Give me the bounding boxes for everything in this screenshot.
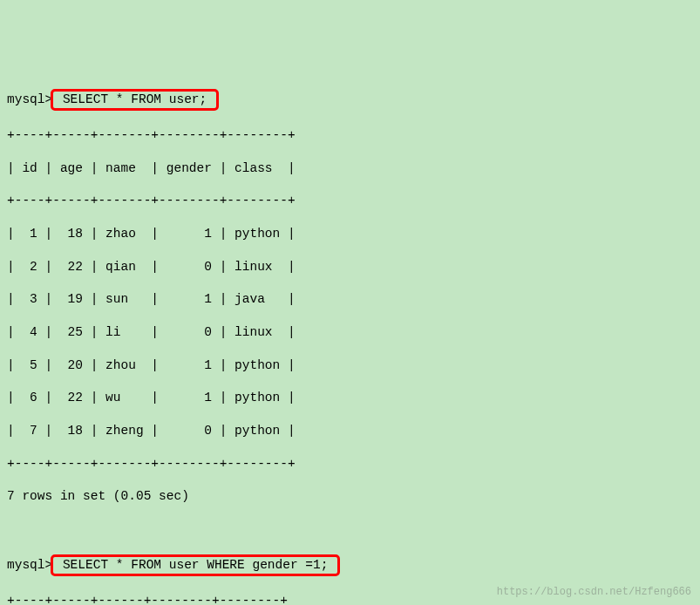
watermark: https://blog.csdn.net/Hzfeng666 (497, 586, 691, 600)
table-row: | 4 | 25 | li | 0 | linux | (7, 324, 693, 341)
table1-footer: 7 rows in set (0.05 sec) (7, 488, 693, 505)
table-row: | 2 | 22 | qian | 0 | linux | (7, 259, 693, 275)
mysql-prompt: mysql> (7, 92, 52, 106)
table-row: | 5 | 20 | zhou | 1 | python | (7, 357, 693, 374)
terminal-output: mysql> SELECT * FROM user; +----+-----+-… (7, 72, 693, 605)
mysql-prompt: mysql> (7, 558, 52, 572)
table-row: | 1 | 18 | zhao | 1 | python | (7, 226, 693, 242)
highlighted-query-2: SELECT * FROM user WHERE gender =1; (51, 554, 340, 576)
table1-border: +----+-----+-------+--------+--------+ (7, 193, 693, 209)
table1-border: +----+-----+-------+--------+--------+ (7, 456, 693, 472)
table-row: | 6 | 22 | wu | 1 | python | (7, 390, 693, 406)
table1-header: | id | age | name | gender | class | (7, 160, 693, 177)
blank-line (7, 521, 693, 538)
table-row: | 3 | 19 | sun | 1 | java | (7, 291, 693, 308)
table1-border: +----+-----+-------+--------+--------+ (7, 127, 693, 144)
highlighted-query-1: SELECT * FROM user; (51, 89, 219, 111)
table-row: | 7 | 18 | zheng | 0 | python | (7, 423, 693, 439)
query-line-1: mysql> SELECT * FROM user; (7, 89, 693, 111)
query-line-2: mysql> SELECT * FROM user WHERE gender =… (7, 554, 693, 576)
